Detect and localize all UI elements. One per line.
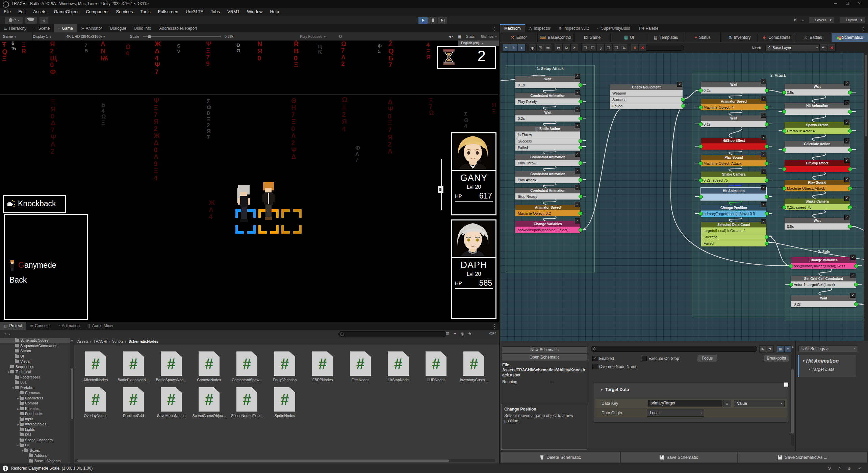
asset-spritenodes[interactable]: #SpriteNodes [267,387,302,418]
target-data-foldout[interactable]: ▼Target Data [600,387,629,392]
input-slot[interactable] [782,186,786,190]
node-check-equipment[interactable]: Check Equipment✓WeaponSuccessFailed [610,84,683,109]
menu-services[interactable]: Services [112,8,137,15]
node-shake-camera[interactable]: Shake Camera✓0.2s, speed 75 [701,172,766,183]
pause-button[interactable] [428,17,438,24]
breakpoint-button[interactable]: Breakpoint [764,355,789,362]
node-enabled-checkbox[interactable]: ✓ [761,202,766,207]
output-slot[interactable] [579,178,583,182]
input-slot[interactable] [699,88,703,93]
category-schematics[interactable]: Schematics [832,33,868,42]
tab-scene[interactable]: ⌗Scene [30,24,54,32]
tab-superunitybuild[interactable]: ◐SuperUnityBuild [593,24,634,32]
category-ui[interactable]: ▦UI [611,33,647,42]
output-slot[interactable] [854,283,858,287]
new-schematic-button[interactable]: New Schematic [502,346,587,353]
menu-help[interactable]: Help [266,8,283,15]
output-slot[interactable] [765,241,769,245]
menu-gameobject[interactable]: GameObject [50,8,82,15]
node-enabled-checkbox[interactable]: ✓ [761,79,766,84]
node-combatant-animation[interactable]: Combatant Animation✓Play Ready [515,93,580,105]
save-schematic-button[interactable]: Save Schematic [620,452,737,463]
tree-item-visual[interactable]: Visual [0,359,70,364]
schematic-canvas[interactable]: 1: Setup Attack2: Attack3: Solo Wait✓0.1… [500,53,868,341]
toolbar-button-6[interactable]: ⧓ [555,44,563,52]
breadcrumb-scripts[interactable]: Scripts [112,339,124,343]
breadcrumb[interactable]: Assets▸TRACHI▸Scripts▸SchematicNodes [74,338,503,345]
search-icon[interactable]: ⌕ [802,18,804,22]
toolbar-button-15[interactable]: ✖ [631,44,639,52]
node-enabled-checkbox[interactable]: ✓ [761,169,766,174]
tree-item-addons[interactable]: Addons [0,453,70,458]
node-enabled-checkbox[interactable]: ✓ [844,196,849,201]
tab-dialogue[interactable]: Dialogue [106,24,130,32]
node-enabled-checkbox[interactable]: ✓ [761,152,766,157]
foldout-open-icon[interactable]: ▼ [16,443,20,448]
tree-item-base-variants[interactable]: Base + Variants [0,458,70,464]
value-type-dropdown[interactable]: Value▾ [734,400,785,407]
node-combatant-animation[interactable]: Combatant Animation✓Play Attack [515,171,580,183]
cloud-button[interactable] [25,17,37,24]
input-slot[interactable] [699,195,703,199]
layout-dropdown[interactable]: Layout▾ [839,17,865,23]
scale-slider[interactable]: Scale 0.38x [127,32,244,41]
outline-node-name[interactable]: • Hit Animation [803,358,839,364]
tab-game[interactable]: ◗Game [54,24,77,32]
menu-jobs[interactable]: Jobs [207,8,224,15]
search-by-label-icon[interactable]: ✦ [453,331,457,336]
asset-hudnodes[interactable]: #HUDNodes [418,351,454,382]
version-control-button[interactable]: ◎ [39,17,49,24]
tree-item-technical[interactable]: ▼Technical [0,369,70,375]
input-slot[interactable] [699,178,703,182]
node-wait[interactable]: Wait✓0.2s [515,110,580,122]
star-icon[interactable]: ★ [468,331,471,336]
tree-item-footstepper[interactable]: Footstepper [0,375,70,380]
input-slot[interactable] [782,110,786,114]
category-base-control[interactable]: ⌨Base/Control [537,33,574,42]
asset-feelnodes[interactable]: #FeelNodes [343,351,378,382]
outline-selection[interactable]: • Hit Animation • Target Data [798,355,856,377]
asset-savemenunodes[interactable]: #SaveMenuNodes [154,387,189,418]
window-controls[interactable]: – □ × [834,1,865,6]
node-set-grid-cell-combatant[interactable]: Set Grid Cell Combatant✓Actor 1: targetC… [791,276,856,288]
toolbar-button-7[interactable]: ⧉ [563,44,570,52]
breadcrumb-schematicnodes[interactable]: SchematicNodes [128,339,158,343]
tree-item-sequencercommands[interactable]: SequencerCommands [0,343,70,349]
node-enabled-checkbox[interactable]: ✓ [761,135,766,140]
asset-scenegameobjec[interactable]: #SceneGameObjec... [192,387,227,418]
toolbar-button-12[interactable]: ❏ [605,44,612,52]
node-selected-data-count[interactable]: Selected Data Count✓targets(Local) IsGre… [701,222,766,246]
output-slot[interactable] [848,186,852,190]
node-enabled-checkbox[interactable]: ✓ [844,100,849,105]
data-key-list-button[interactable]: ≣ [723,400,731,407]
node-enabled-checkbox[interactable]: ✓ [844,215,849,220]
tab-options-icon[interactable]: ⋮ [492,323,497,330]
node-combatant-animation[interactable]: Combatant Animation✓Stop Ready [515,188,580,200]
node-combatant-animation[interactable]: Combatant Animation✓Play Throw [515,154,580,166]
menu-edit[interactable]: Edit [15,8,29,15]
output-slot[interactable] [579,100,583,104]
toolbar-button-13[interactable]: ❐ [612,44,620,52]
asset-equipvariation[interactable]: #EquipVariation [267,351,302,382]
data-key-input[interactable]: primaryTarget [648,400,722,406]
canvas-scrollbar[interactable] [864,53,868,341]
node-hitstop-effect[interactable]: HitStop Effect✓ [785,160,850,172]
input-slot[interactable] [789,283,793,287]
display-dropdown[interactable]: Display 1▾ [30,32,66,41]
breadcrumb-assets[interactable]: Assets [77,339,88,343]
undo-history-icon[interactable]: ↺ [794,18,797,22]
toolbar-button-9[interactable]: ❏ [581,44,589,52]
toolbar-button-16[interactable]: ✖ [639,44,646,52]
tab-animation[interactable]: ◔Animation [54,322,84,330]
tab-inspector[interactable]: ◎Inspector [525,24,555,32]
output-slot[interactable] [765,161,769,165]
tree-scrollbar[interactable]: ▲ [70,338,74,464]
node-enabled-checkbox[interactable]: ✓ [844,158,849,163]
tree-item-ui[interactable]: UI [0,354,70,359]
node-enabled-checkbox[interactable]: ✓ [844,138,849,143]
tab-options-icon[interactable]: ⋮ [861,26,866,32]
output-slot[interactable] [848,90,852,95]
data-origin-dropdown[interactable]: Local▾ [647,410,704,417]
toolbar-button-11[interactable]: ▯ [597,44,605,52]
node-calculate-action[interactable]: Calculate Action✓ [785,141,850,153]
